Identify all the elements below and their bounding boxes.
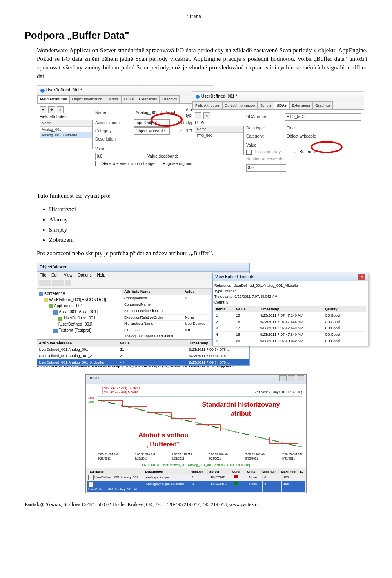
- value-field[interactable]: 0.0: [95, 153, 135, 160]
- y-tick-mid: 105: [88, 399, 94, 404]
- add-button[interactable]: +: [40, 106, 46, 113]
- list-item: Historizaci: [49, 205, 368, 214]
- add-button[interactable]: +: [195, 112, 201, 119]
- chart-area[interactable]: (7:00:31.434 AM) 78 None (7:00:45.472 AM…: [86, 384, 306, 462]
- app-icon: [40, 89, 45, 93]
- bestfit-label: ENCONTRO:UserDefined_001.Analog_001_All …: [86, 462, 306, 468]
- heading: Podpora „Buffer Data": [24, 29, 368, 42]
- list-item[interactable]: Analog_001: [40, 127, 92, 133]
- object-tree[interactable]: Konference WinPlatform_001[ENCONTRO] App…: [37, 289, 122, 339]
- tab-udas[interactable]: UDAs: [121, 95, 137, 103]
- maximize-button[interactable]: [288, 375, 295, 381]
- highlight-circle: [311, 141, 343, 153]
- x-axis-ticks: 7:00:31.434 AM9/23/2011 7:00:34.276 AM9/…: [98, 453, 302, 461]
- table-row[interactable]: UserDefined_001.Analog_001_AlAnalogový s…: [87, 481, 305, 492]
- footer: Pantek (CS) s.r.o., Sušilova 1528/1, 500…: [24, 501, 368, 508]
- table-row[interactable]: 2169/23/2011 7:07:47.444 AMC0:Good: [214, 319, 366, 325]
- tab-graphics[interactable]: Graphics: [312, 101, 333, 109]
- tab-scripts[interactable]: Scripts: [105, 95, 122, 103]
- table-row[interactable]: 3179/23/2011 7:07:47.649 AMC0:Good: [214, 325, 366, 331]
- toolbar-button[interactable]: [52, 280, 58, 286]
- config-window-udas: UserDefined_001 * Field Attributes Objec…: [192, 91, 364, 175]
- table-row[interactable]: UserDefined_001.Analog_001219/23/2011 7:…: [37, 346, 249, 353]
- menu-help[interactable]: Help: [97, 273, 105, 277]
- remove-button[interactable]: ×: [57, 106, 63, 113]
- trend-window: Trend1* (7:00:31.434 AM) 78 None (7:00:4…: [85, 374, 307, 493]
- usage-note: Pro zobrazení nebo skripty je potřeba př…: [37, 249, 368, 258]
- field-attrs-list[interactable]: Name Analog_001 Analog_001_Buffered: [40, 120, 93, 149]
- table-row[interactable]: 5209/23/2011 7:07:48.042 AMC0:Good: [214, 338, 366, 344]
- window-title: Object Viewer: [37, 263, 249, 272]
- annotation-buffered: Atribut s volbou „Buffered": [131, 431, 196, 449]
- tab-graphics[interactable]: Graphics: [159, 95, 180, 103]
- field-attrs-label: Field attributes:: [40, 114, 93, 120]
- list-item[interactable]: Analog_001_Buffered: [40, 132, 92, 138]
- popup-title-text: View Buffer Elements: [215, 274, 254, 280]
- toolbar-button[interactable]: [65, 280, 71, 286]
- usage-list: Historizaci Alarmy Skripty Zobrazení: [49, 205, 368, 244]
- table-row[interactable]: 4189/23/2011 7:07:47.840 AMC0:Good: [214, 331, 366, 338]
- tab-object-information[interactable]: Object Information: [222, 101, 258, 109]
- menu-file[interactable]: File: [40, 273, 46, 277]
- list-item[interactable]: FTO_56C: [195, 133, 243, 139]
- table-row[interactable]: UserDefined_001.Analog_001Analogový sign…: [87, 474, 305, 481]
- value-field[interactable]: 0.0: [246, 164, 286, 172]
- cursor-line: [111, 396, 111, 451]
- window-title: UserDefined_001 *: [37, 86, 213, 95]
- tab-field-attributes[interactable]: Field Attributes: [192, 101, 223, 109]
- close-button[interactable]: [297, 375, 304, 381]
- minimize-button[interactable]: [279, 375, 287, 381]
- tab-field-attributes[interactable]: Field Attributes: [37, 95, 70, 103]
- usage-intro: Tuto funkčnost lze využít pro:: [37, 192, 368, 200]
- gen-event-checkbox[interactable]: [95, 161, 100, 166]
- tab-extensions[interactable]: Extensions: [136, 95, 160, 103]
- remove-button[interactable]: ×: [203, 112, 210, 119]
- uda-list[interactable]: Name FTO_56C: [195, 126, 244, 155]
- window-title: UserDefined_001 *: [192, 92, 364, 101]
- config-window-field-attrs: UserDefined_001 * Field Attributes Objec…: [37, 85, 213, 170]
- table-row[interactable]: UserDefined_001.Analog_001_All219/23/201…: [37, 353, 249, 359]
- close-button[interactable]: ×: [358, 274, 365, 280]
- page-number: Strana 5: [24, 12, 368, 20]
- tab-extensions[interactable]: Extensions: [289, 101, 313, 109]
- list-item: Skripty: [49, 225, 368, 234]
- app-icon: [196, 95, 200, 99]
- intro-paragraph: Wonderware Application Server standardně…: [37, 46, 368, 80]
- toolbar-button[interactable]: [45, 280, 51, 286]
- menu-options[interactable]: Options: [78, 273, 91, 277]
- list-item: Alarmy: [49, 215, 368, 224]
- array-checkbox[interactable]: [246, 150, 252, 155]
- buffered-checkbox[interactable]: [293, 150, 298, 155]
- delta-readout: -73 None (0 days, 00:00:14.038): [255, 390, 302, 394]
- toolbar-button[interactable]: [58, 280, 64, 286]
- tab-scripts[interactable]: Scripts: [257, 101, 274, 109]
- category-dropdown[interactable]: Object writeable: [285, 133, 361, 140]
- menu-view[interactable]: View: [64, 273, 73, 277]
- list-item: Zobrazení: [49, 236, 368, 244]
- trend-tag-grid[interactable]: Tag Name Description Number Server Color…: [86, 468, 306, 493]
- menu-edit[interactable]: Edit: [51, 273, 58, 277]
- tab-udas[interactable]: UDAs: [274, 101, 290, 109]
- highlight-circle: [151, 113, 183, 127]
- buffered-checkbox[interactable]: [178, 129, 183, 134]
- uda-name-field[interactable]: FTO_56C: [285, 113, 361, 121]
- table-row[interactable]: 1159/23/2011 7:07:47.240 AMC0:Good: [214, 312, 366, 319]
- window-title: Trend1*: [88, 375, 101, 383]
- add-button-2[interactable]: +: [48, 106, 55, 113]
- buffer-elements-popup: View Buffer Elements× Reference: UserDef…: [212, 273, 368, 346]
- table-row[interactable]: UserDefined_001.Analog_001_All.buffer<>9…: [37, 359, 249, 366]
- category-dropdown[interactable]: Object writeable: [134, 127, 170, 135]
- toolbar-button[interactable]: [39, 280, 45, 286]
- tab-object-information[interactable]: Object Information: [69, 95, 105, 103]
- tab-strip: Field Attributes Object Information Scri…: [37, 95, 213, 104]
- annotation-standard: Standardní historizovaný atribut: [200, 400, 282, 419]
- udas-label: UDAs:: [195, 120, 244, 126]
- cursor-readout-2: (7:00:45.472 AM) 5 None: [102, 390, 138, 394]
- tab-strip: Field Attributes Object Information Scri…: [192, 101, 364, 110]
- data-type-dropdown[interactable]: Float: [285, 125, 361, 132]
